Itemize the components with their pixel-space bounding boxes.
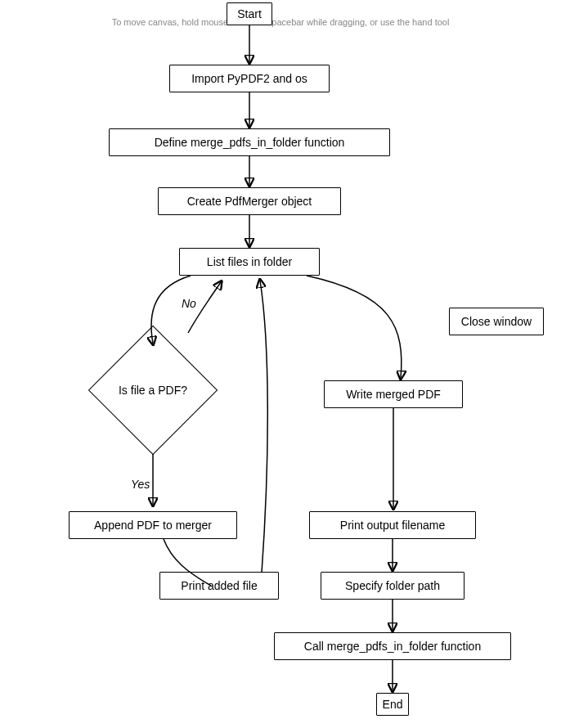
node-label: Is file a PDF? xyxy=(119,384,187,398)
flowchart-canvas[interactable]: To move canvas, hold mouse wheel or spac… xyxy=(0,0,561,728)
connectors xyxy=(0,0,561,728)
